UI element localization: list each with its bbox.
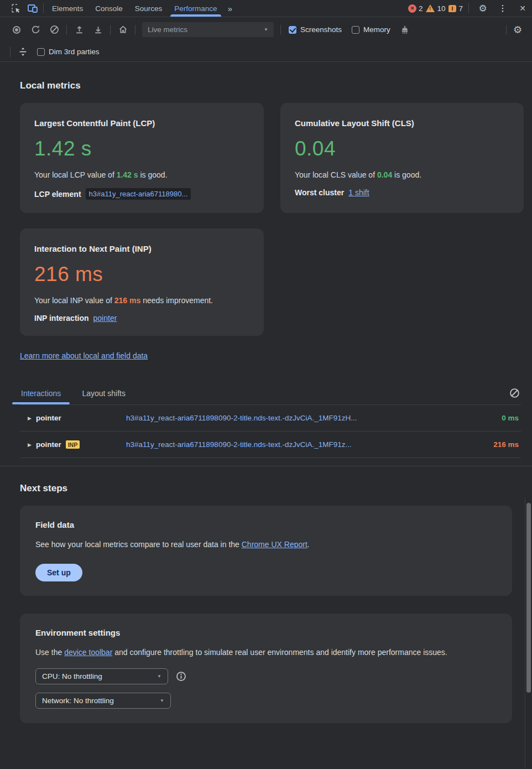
interactions-log: Interactions Layout shifts ▶ pointer h3#…	[20, 383, 521, 458]
devtools-tab-bar: Elements Console Sources Performance » ✕…	[0, 0, 532, 17]
field-data-text: See how your local metrics compare to re…	[35, 537, 497, 552]
devtools-window: Elements Console Sources Performance » ✕…	[0, 0, 532, 769]
lcp-value: 1.42 s	[34, 137, 249, 160]
capture-settings-gear-icon[interactable]: ⚙	[509, 22, 526, 38]
cpu-throttling-select[interactable]: CPU: No throttling ▼	[35, 668, 168, 684]
environment-settings-card: Environment settings Use the device tool…	[20, 614, 512, 723]
tab-elements[interactable]: Elements	[46, 0, 89, 17]
tab-layout-shifts[interactable]: Layout shifts	[82, 389, 126, 398]
live-metrics-subtoolbar: Dim 3rd parties	[0, 42, 532, 62]
lcp-description: Your local LCP value of 1.42 s is good.	[34, 169, 233, 181]
kebab-menu-icon[interactable]: ⋮	[494, 3, 511, 13]
warning-icon	[426, 4, 435, 12]
collect-garbage-icon[interactable]	[396, 22, 414, 38]
inp-badge: INP	[66, 440, 80, 449]
interaction-row: ▶ pointer INP h3#a11y_react-aria67118980…	[20, 432, 521, 458]
section-divider	[0, 466, 532, 466]
field-data-title: Field data	[35, 520, 497, 529]
memory-checkbox[interactable]	[352, 26, 359, 34]
lcp-card: Largest Contentful Paint (LCP) 1.42 s Yo…	[20, 103, 264, 213]
scrollbar-track[interactable]	[525, 497, 532, 769]
chrome-ux-report-link[interactable]: Chrome UX Report	[242, 540, 307, 549]
reload-and-record-icon[interactable]	[27, 22, 44, 38]
record-icon[interactable]	[8, 22, 25, 38]
expand-row-icon[interactable]: ▶	[28, 442, 32, 448]
close-devtools-icon[interactable]: ✕	[514, 4, 531, 13]
cls-description: Your local CLS value of 0.04 is good.	[295, 169, 494, 181]
status-badges: ✕ 2 10 7 ⚙ ⋮ ✕	[408, 0, 532, 17]
clear-log-icon[interactable]	[509, 388, 520, 398]
lcp-element-row: LCP element h3#a11y_react-aria67118980..…	[34, 188, 249, 200]
lcp-element-chip[interactable]: h3#a11y_react-aria67118980...	[86, 188, 191, 200]
separator	[10, 47, 11, 57]
separator	[43, 3, 44, 13]
learn-more-link[interactable]: Learn more about local and field data	[20, 351, 148, 360]
interaction-target-link[interactable]: h3#a11y_react-aria6711898090-2-title.nds…	[126, 414, 480, 422]
device-toolbar-link[interactable]: device toolbar	[64, 648, 112, 657]
separator	[280, 25, 281, 35]
cls-worst-cluster-row: Worst cluster 1 shift	[295, 188, 509, 197]
dim-3rd-parties-checkbox-row[interactable]: Dim 3rd parties	[33, 48, 104, 56]
separator	[135, 25, 135, 35]
console-warnings-badge[interactable]: 10	[426, 4, 445, 13]
settings-gear-icon[interactable]: ⚙	[474, 3, 491, 14]
expand-row-icon[interactable]: ▶	[28, 415, 32, 421]
chevron-down-icon: ▼	[160, 698, 164, 703]
lcp-title: Largest Contentful Paint (LCP)	[34, 118, 249, 128]
tab-sources[interactable]: Sources	[129, 0, 169, 17]
worst-cluster-link[interactable]: 1 shift	[348, 188, 369, 197]
console-errors-badge[interactable]: ✕ 2	[408, 4, 423, 13]
network-throttling-select[interactable]: Network: No throttling ▼	[35, 693, 171, 709]
separator	[506, 25, 507, 35]
performance-toolbar: Live metrics ▼ Screenshots Memory ⚙	[0, 17, 532, 42]
inp-value: 216 ms	[34, 263, 249, 286]
load-profile-icon[interactable]	[70, 22, 88, 38]
tab-performance[interactable]: Performance	[168, 0, 223, 17]
inp-interaction-link[interactable]: pointer	[93, 314, 117, 323]
error-icon: ✕	[408, 4, 416, 13]
local-metrics-heading: Local metrics	[20, 80, 524, 91]
inspect-element-icon[interactable]	[8, 0, 24, 17]
cls-title: Cumulative Layout Shift (CLS)	[295, 118, 509, 128]
inp-card: Interaction to Next Paint (INP) 216 ms Y…	[20, 228, 264, 336]
cls-card: Cumulative Layout Shift (CLS) 0.04 Your …	[280, 103, 524, 213]
separator	[66, 25, 67, 35]
memory-checkbox-row[interactable]: Memory	[347, 25, 395, 34]
environment-settings-text: Use the device toolbar and configure thr…	[35, 645, 500, 660]
screenshots-checkbox-row[interactable]: Screenshots	[284, 25, 346, 34]
scrollbar-thumb[interactable]	[526, 503, 531, 693]
set-up-button[interactable]: Set up	[35, 564, 82, 581]
cls-value: 0.04	[295, 137, 509, 160]
device-toolbar-icon[interactable]	[24, 0, 41, 17]
history-select[interactable]: Live metrics ▼	[142, 22, 274, 37]
resize-panels-icon[interactable]	[14, 44, 32, 60]
dim-3rd-parties-checkbox[interactable]	[37, 48, 45, 56]
save-profile-icon[interactable]	[89, 22, 107, 38]
inp-description: Your local INP value of 216 ms needs imp…	[34, 294, 233, 306]
environment-settings-title: Environment settings	[35, 628, 497, 637]
interaction-target-link[interactable]: h3#a11y_react-aria6711898090-2-title.nds…	[126, 440, 480, 449]
chevron-down-icon: ▼	[264, 27, 268, 32]
separator	[468, 3, 469, 13]
interaction-duration: 0 ms	[480, 414, 519, 422]
cpu-throttling-info-icon[interactable]	[176, 671, 186, 682]
separator	[110, 25, 111, 35]
log-tab-bar: Interactions Layout shifts	[20, 383, 521, 405]
home-icon[interactable]	[114, 22, 132, 38]
issues-badge[interactable]: 7	[448, 4, 463, 13]
more-tabs-icon[interactable]: »	[223, 0, 237, 17]
tab-console[interactable]: Console	[89, 0, 129, 17]
inp-title: Interaction to Next Paint (INP)	[34, 244, 249, 253]
clear-icon[interactable]	[45, 22, 63, 38]
tab-interactions[interactable]: Interactions	[21, 389, 61, 398]
screenshots-checkbox[interactable]	[289, 26, 296, 34]
interaction-duration: 216 ms	[480, 440, 519, 449]
interaction-row: ▶ pointer h3#a11y_react-aria6711898090-2…	[20, 405, 521, 432]
next-steps-heading: Next steps	[20, 483, 524, 494]
inp-interaction-row: INP interaction pointer	[34, 314, 249, 323]
chevron-down-icon: ▼	[157, 674, 161, 679]
field-data-card: Field data See how your local metrics co…	[20, 506, 512, 596]
issues-icon	[448, 5, 456, 12]
